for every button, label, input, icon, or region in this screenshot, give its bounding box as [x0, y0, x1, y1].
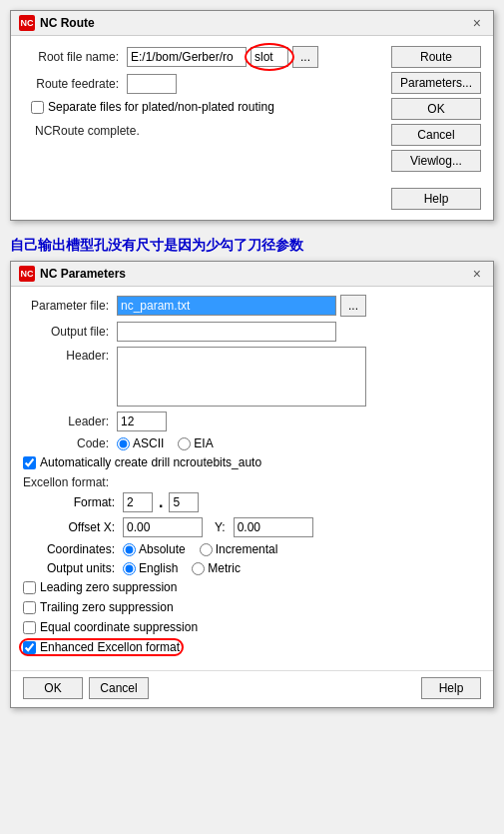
coord-absolute-label: Absolute: [139, 542, 186, 556]
code-eia-radio[interactable]: [178, 437, 191, 450]
nc-params-dialog: NC NC Parameters × Parameter file: ... O…: [10, 261, 494, 708]
nc-route-close-btn[interactable]: ×: [469, 16, 485, 30]
nc-route-dialog: NC NC Route × Root file name: ... Route …: [10, 10, 494, 221]
enhanced-excellon-checkbox[interactable]: [23, 641, 36, 654]
header-row: Header:: [23, 347, 481, 407]
parameter-file-row: Parameter file: ...: [23, 295, 481, 317]
units-english-radio[interactable]: [123, 562, 136, 575]
code-ascii-radio[interactable]: [117, 437, 130, 450]
units-metric-radio[interactable]: [192, 562, 205, 575]
parameters-btn[interactable]: Parameters...: [391, 72, 481, 94]
offset-y-label: Y:: [215, 520, 226, 534]
leading-zero-label: Leading zero suppression: [40, 580, 177, 594]
help-btn[interactable]: Help: [391, 188, 481, 210]
output-file-label: Output file:: [23, 325, 113, 339]
coord-incremental-radio[interactable]: [200, 543, 213, 556]
leader-input[interactable]: [117, 412, 167, 431]
enhanced-excellon-row: Enhanced Excellon format: [23, 640, 180, 654]
excellon-section: Format: . Offset X: Y: Coordinates: Abso…: [23, 492, 481, 575]
leader-row: Leader:: [23, 412, 481, 431]
units-english-label: English: [139, 561, 178, 575]
equal-coord-row: Equal coordinate suppression: [23, 620, 481, 634]
nc-route-btn-col: Route Parameters... OK Cancel Viewlog...…: [391, 46, 481, 210]
coordinates-radio-group: Absolute Incremental: [123, 542, 277, 556]
separate-files-checkbox[interactable]: [31, 101, 44, 114]
format-label: Format:: [39, 495, 119, 509]
nc-route-titlebar: NC NC Route ×: [11, 11, 493, 36]
units-english-item: English: [123, 561, 178, 575]
units-metric-item: Metric: [192, 561, 241, 575]
nc-params-title: NC Parameters: [40, 267, 126, 281]
header-textarea[interactable]: [117, 347, 366, 407]
route-feedrate-label: Route feedrate:: [23, 77, 123, 91]
root-file-input[interactable]: [127, 47, 247, 67]
root-file-label: Root file name:: [23, 50, 123, 64]
nc-route-icon: NC: [19, 15, 35, 31]
coordinates-row: Coordinates: Absolute Incremental: [39, 542, 481, 556]
offset-x-label: Offset X:: [39, 520, 119, 534]
route-feedrate-input[interactable]: [127, 74, 177, 94]
output-units-radio-group: English Metric: [123, 561, 241, 575]
code-row: Code: ASCII EIA: [23, 436, 481, 450]
root-file-browse-btn[interactable]: ...: [292, 46, 318, 68]
code-eia-item: EIA: [178, 436, 213, 450]
enhanced-excellon-label: Enhanced Excellon format: [40, 640, 180, 654]
parameter-file-input[interactable]: [117, 296, 336, 316]
route-feedrate-row: Route feedrate:: [23, 74, 383, 94]
coord-incremental-item: Incremental: [200, 542, 278, 556]
excellon-format-label: Excellon format:: [23, 475, 481, 489]
root-file-slot-input[interactable]: [251, 47, 288, 67]
output-file-input[interactable]: [117, 322, 336, 342]
auto-drill-checkbox[interactable]: [23, 456, 36, 469]
output-units-row: Output units: English Metric: [39, 561, 481, 575]
nc-params-titlebar: NC NC Parameters ×: [11, 262, 493, 287]
params-ok-btn[interactable]: OK: [23, 677, 83, 699]
format-row: Format: .: [39, 492, 481, 512]
trailing-zero-label: Trailing zero suppression: [40, 600, 174, 614]
coordinates-label: Coordinates:: [39, 542, 119, 556]
nc-params-close-btn[interactable]: ×: [469, 267, 485, 281]
cancel-btn[interactable]: Cancel: [391, 124, 481, 146]
format-dot: .: [159, 493, 163, 511]
trailing-zero-checkbox[interactable]: [23, 601, 36, 614]
coord-absolute-item: Absolute: [123, 542, 186, 556]
format-right-input[interactable]: [169, 492, 199, 512]
ok-btn[interactable]: OK: [391, 98, 481, 120]
nc-params-body: Parameter file: ... Output file: Header:…: [11, 287, 493, 670]
offset-x-row: Offset X: Y:: [39, 517, 481, 537]
offset-x-input[interactable]: [123, 517, 203, 537]
root-file-row: Root file name: ...: [23, 46, 383, 68]
comment-text: 自己输出槽型孔没有尺寸是因为少勾了刀径参数: [10, 231, 494, 261]
header-label: Header:: [23, 347, 113, 363]
output-units-label: Output units:: [39, 561, 119, 575]
offset-y-input[interactable]: [234, 517, 313, 537]
code-radio-group: ASCII EIA: [117, 436, 214, 450]
leader-label: Leader:: [23, 415, 113, 428]
code-eia-label: EIA: [194, 436, 213, 450]
nc-route-title: NC Route: [40, 16, 95, 30]
leading-zero-row: Leading zero suppression: [23, 580, 481, 594]
equal-coord-checkbox[interactable]: [23, 621, 36, 634]
equal-coord-label: Equal coordinate suppression: [40, 620, 198, 634]
param-browse-btn[interactable]: ...: [340, 295, 366, 317]
coord-absolute-radio[interactable]: [123, 543, 136, 556]
parameter-file-label: Parameter file:: [23, 299, 113, 313]
coord-incremental-label: Incremental: [216, 542, 278, 556]
separate-files-row: Separate files for plated/non-plated rou…: [31, 100, 383, 114]
viewlog-btn[interactable]: Viewlog...: [391, 150, 481, 172]
code-ascii-item: ASCII: [117, 436, 164, 450]
format-left-input[interactable]: [123, 492, 153, 512]
units-metric-label: Metric: [208, 561, 241, 575]
route-btn[interactable]: Route: [391, 46, 481, 68]
auto-drill-label: Automatically create drill ncroutebits_a…: [40, 455, 261, 469]
output-file-row: Output file:: [23, 322, 481, 342]
nc-params-bottom-btns: OK Cancel Help: [11, 670, 493, 707]
leading-zero-checkbox[interactable]: [23, 581, 36, 594]
nc-params-icon: NC: [19, 266, 35, 282]
auto-drill-row: Automatically create drill ncroutebits_a…: [23, 455, 481, 469]
params-help-btn[interactable]: Help: [421, 677, 481, 699]
nc-route-status: NCRoute complete.: [23, 120, 383, 144]
params-cancel-btn[interactable]: Cancel: [89, 677, 149, 699]
root-file-slot-highlight: [251, 47, 288, 67]
code-label: Code:: [23, 436, 113, 450]
